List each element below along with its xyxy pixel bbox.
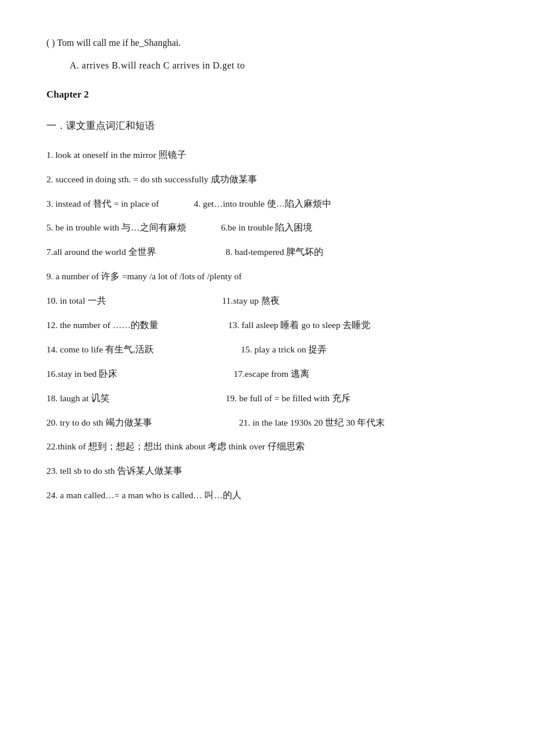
vocab-item-8a: 12. the number of ……的数量 bbox=[46, 317, 158, 333]
vocab-row-7: 10. in total 一共 11.stay up 熬夜 bbox=[46, 293, 488, 309]
vocab-item-1: 1. look at oneself in the mirror 照镜子 bbox=[46, 147, 488, 163]
vocab-row-4: 5. be in trouble with 与…之间有麻烦 6.be in tr… bbox=[46, 219, 488, 236]
vocab-item-2: 2. succeed in doing sth. = do sth succes… bbox=[46, 171, 488, 188]
vocab-item-9b: 15. play a trick on 捉弄 bbox=[241, 341, 327, 358]
vocab-row-12: 20. try to do sth 竭力做某事 21. in the late … bbox=[46, 415, 488, 431]
vocab-item-9a: 14. come to life 有生气,活跃 bbox=[46, 341, 154, 358]
vocab-item-11a: 18. laugh at 讥笑 bbox=[46, 390, 110, 406]
vocab-row-3: 3. instead of 替代 = in place of 4. get…in… bbox=[46, 196, 488, 212]
vocab-item-14: 23. tell sb to do sth 告诉某人做某事 bbox=[46, 463, 488, 479]
vocab-item-10a: 16.stay in bed 卧床 bbox=[46, 366, 117, 382]
vocab-item-10b: 17.escape from 逃离 bbox=[233, 366, 309, 382]
vocab-row-9: 14. come to life 有生气,活跃 15. play a trick… bbox=[46, 341, 488, 358]
vocab-item-12a: 20. try to do sth 竭力做某事 bbox=[46, 415, 152, 431]
vocab-row-11: 18. laugh at 讥笑 19. be full of = be fill… bbox=[46, 390, 488, 406]
vocab-item-11b: 19. be full of = be filled with 充斥 bbox=[226, 390, 351, 406]
vocab-row-10: 16.stay in bed 卧床 17.escape from 逃离 bbox=[46, 366, 488, 382]
vocab-item-4b: 6.be in trouble 陷入困境 bbox=[221, 219, 313, 236]
question-text: ( ) Tom will call me if he_Shanghai. bbox=[46, 35, 488, 52]
options-text: A. arrives B.will reach C arrives in D.g… bbox=[46, 57, 488, 74]
vocab-row-5: 7.all around the world 全世界 8. bad-temper… bbox=[46, 244, 488, 260]
vocab-item-6: 9. a number of 许多 =many /a lot of /lots … bbox=[46, 268, 488, 285]
vocab-item-4a: 5. be in trouble with 与…之间有麻烦 bbox=[46, 219, 186, 236]
vocab-item-8b: 13. fall asleep 睡着 go to sleep 去睡觉 bbox=[228, 317, 370, 333]
vocab-item-5b: 8. bad-tempered 脾气坏的 bbox=[226, 244, 324, 260]
vocab-row-8: 12. the number of ……的数量 13. fall asleep … bbox=[46, 317, 488, 333]
vocab-item-13: 22.think of 想到；想起；想出 think about 考虑 thin… bbox=[46, 438, 488, 455]
vocab-list: 1. look at oneself in the mirror 照镜子 2. … bbox=[46, 147, 488, 503]
vocab-item-3a: 3. instead of 替代 = in place of bbox=[46, 196, 159, 212]
vocab-item-12b: 21. in the late 1930s 20 世纪 30 年代末 bbox=[239, 415, 385, 431]
vocab-item-3b: 4. get…into trouble 使…陷入麻烦中 bbox=[194, 196, 331, 212]
vocab-item-15: 24. a man called…= a man who is called… … bbox=[46, 487, 488, 503]
chapter-heading: Chapter 2 bbox=[46, 86, 488, 104]
vocab-item-5a: 7.all around the world 全世界 bbox=[46, 244, 156, 260]
vocab-item-7b: 11.stay up 熬夜 bbox=[222, 293, 280, 309]
section-heading: 一．课文重点词汇和短语 bbox=[46, 117, 488, 135]
vocab-item-7a: 10. in total 一共 bbox=[46, 293, 106, 309]
